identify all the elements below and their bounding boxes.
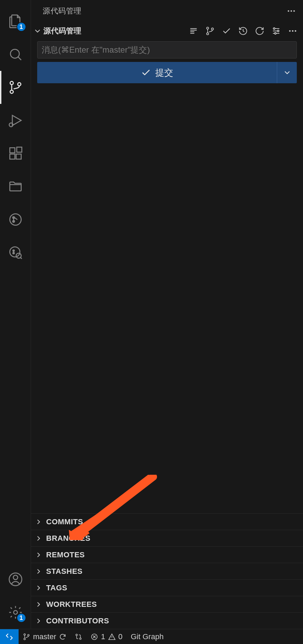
status-bar: master 1 0 Git Graph [0, 629, 303, 644]
view-as-list-button[interactable] [189, 26, 198, 36]
chevron-right-icon [34, 518, 43, 526]
section-label: STASHES [46, 567, 83, 576]
panel-more-button[interactable] [286, 6, 296, 16]
activity-gitlens-inspect[interactable] [0, 236, 31, 269]
svg-point-28 [289, 30, 291, 32]
history-button[interactable] [238, 26, 248, 36]
status-git-compare[interactable] [71, 629, 86, 644]
chevron-down-icon [33, 26, 42, 35]
source-control-icon [8, 80, 23, 95]
chevron-right-icon [34, 584, 43, 592]
sync-icon [59, 633, 66, 641]
search-icon [8, 47, 23, 62]
scm-section-header[interactable]: 源代码管理 [31, 22, 303, 40]
svg-point-35 [80, 638, 81, 640]
svg-point-30 [295, 30, 296, 32]
svg-point-2 [10, 90, 13, 93]
branch-button[interactable] [205, 26, 215, 36]
activity-gitlens[interactable] [0, 203, 31, 236]
activity-bar: 1 1 [0, 0, 31, 629]
svg-point-11 [12, 221, 14, 223]
gitlens-inspect-icon [8, 245, 23, 260]
svg-point-18 [13, 611, 17, 614]
remote-icon [5, 632, 14, 641]
sliders-icon [271, 26, 281, 36]
list-icon [189, 26, 198, 36]
chevron-right-icon [34, 567, 43, 576]
panel-title: 源代码管理 [43, 6, 82, 16]
svg-point-12 [10, 247, 20, 257]
history-icon [238, 26, 248, 36]
svg-point-29 [292, 30, 294, 32]
section-commits[interactable]: COMMITS [31, 513, 303, 530]
svg-point-14 [13, 253, 14, 254]
warning-count: 0 [118, 632, 123, 641]
settings-badge: 1 [17, 613, 26, 623]
activity-explorer[interactable]: 1 [0, 5, 31, 38]
svg-point-32 [24, 638, 25, 640]
scm-panel: 源代码管理 源代码管理 [31, 0, 303, 629]
commit-message-input[interactable] [37, 41, 297, 58]
refresh-button[interactable] [255, 26, 264, 36]
git-graph-label: Git Graph [131, 632, 164, 641]
svg-point-17 [13, 575, 18, 580]
activity-folder[interactable] [0, 170, 31, 203]
section-branches[interactable]: BRANCHES [31, 530, 303, 546]
commit-button[interactable]: 提交 [37, 62, 277, 83]
svg-point-23 [207, 33, 209, 35]
gitlens-icon [8, 212, 23, 227]
folder-icon [8, 179, 23, 194]
section-title: 源代码管理 [43, 26, 81, 36]
activity-settings[interactable]: 1 [0, 596, 31, 629]
check-icon [141, 67, 151, 78]
section-remotes[interactable]: REMOTES [31, 546, 303, 563]
section-tags[interactable]: TAGS [31, 579, 303, 596]
activity-debug[interactable] [0, 104, 31, 137]
chevron-right-icon [34, 600, 43, 609]
more-horizontal-icon [288, 26, 297, 36]
chevron-right-icon [34, 617, 43, 625]
settings-toggle-button[interactable] [271, 26, 281, 36]
svg-rect-8 [17, 147, 22, 152]
svg-point-9 [10, 214, 21, 225]
status-problems[interactable]: 1 0 [86, 629, 127, 644]
activity-extensions[interactable] [0, 137, 31, 170]
status-branch[interactable]: master [19, 629, 71, 644]
activity-scm[interactable] [0, 71, 31, 104]
commit-button-label: 提交 [155, 67, 173, 79]
svg-point-31 [24, 634, 25, 635]
activity-search[interactable] [0, 38, 31, 71]
section-more-button[interactable] [288, 26, 297, 36]
git-compare-icon [75, 633, 82, 641]
status-git-graph[interactable]: Git Graph [127, 629, 168, 644]
status-branch-name: master [33, 632, 56, 641]
svg-point-13 [13, 250, 14, 251]
svg-point-26 [278, 30, 279, 32]
chevron-right-icon [34, 551, 43, 559]
svg-point-34 [76, 634, 77, 636]
section-stashes[interactable]: STASHES [31, 563, 303, 579]
section-label: CONTRIBUTORS [46, 616, 109, 625]
activity-account[interactable] [0, 563, 31, 596]
svg-point-1 [10, 82, 13, 85]
svg-point-27 [274, 33, 276, 34]
account-icon [8, 572, 23, 587]
commit-check-button[interactable] [222, 26, 231, 36]
svg-point-33 [28, 634, 29, 636]
svg-point-20 [291, 10, 292, 12]
git-branch-icon [23, 633, 30, 641]
more-horizontal-icon [286, 6, 296, 16]
commit-dropdown-button[interactable] [277, 62, 297, 83]
section-worktrees[interactable]: WORKTREES [31, 596, 303, 612]
error-count: 1 [101, 632, 105, 641]
remote-indicator[interactable] [0, 629, 19, 644]
svg-point-25 [273, 28, 275, 30]
svg-point-24 [211, 28, 213, 30]
section-contributors[interactable]: CONTRIBUTORS [31, 612, 303, 629]
error-icon [91, 633, 98, 641]
git-branch-icon [205, 26, 215, 36]
svg-point-21 [293, 10, 295, 12]
section-label: WORKTREES [46, 600, 97, 609]
section-label: BRANCHES [46, 534, 91, 543]
svg-point-3 [18, 83, 21, 86]
